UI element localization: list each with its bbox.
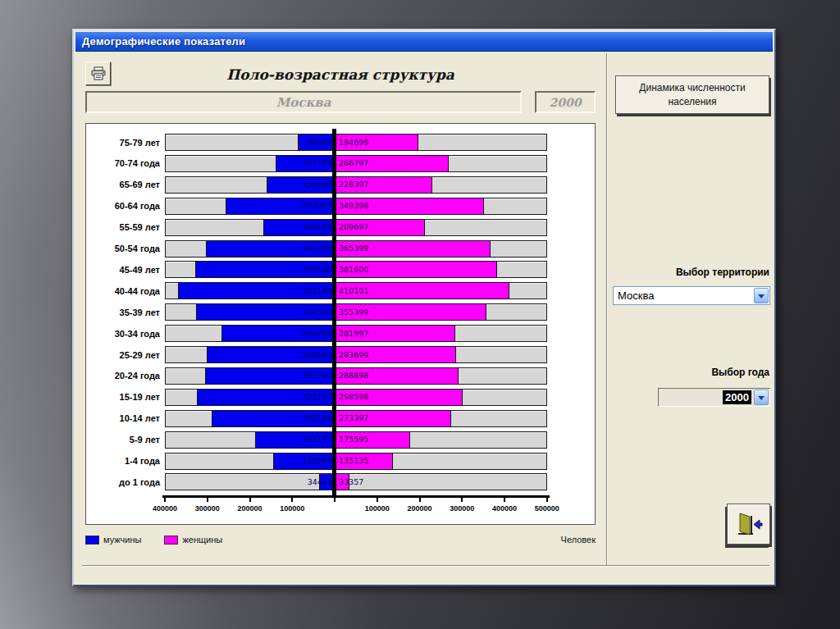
chart-legend: мужчиныженщины Человек (85, 531, 596, 549)
year-combobox[interactable]: 2000 (658, 388, 770, 407)
female-value-label: 298598 (339, 394, 368, 402)
exit-button[interactable] (727, 504, 770, 545)
male-value-label: 84499 (308, 139, 332, 147)
pyramid-row: 1-4 года142696135135 (165, 453, 547, 470)
bar-track: 158496228397 (165, 176, 547, 194)
territory-display-text: Москва (276, 95, 331, 110)
axis-tick (334, 498, 336, 502)
female-value-label: 381600 (339, 266, 368, 274)
chart-title: Поло-возрастная структура (85, 66, 596, 83)
bar-track: 322197298598 (165, 389, 547, 406)
year-combobox-value: 2000 (723, 390, 751, 404)
age-group-label: 75-79 лет (88, 138, 160, 148)
male-value-label: 264496 (303, 330, 332, 338)
bar-track: 367199410101 (165, 282, 547, 299)
age-group-label: 10-14 лет (88, 413, 160, 423)
female-value-label: 288898 (339, 372, 368, 381)
age-group-label: 40-44 года (88, 286, 160, 296)
year-display-field: 2000 (535, 91, 596, 113)
window-title: Демографические показатели (82, 35, 245, 48)
axis-tick-label: 200000 (237, 504, 262, 513)
pyramid-row: 65-69 лет158496228397 (165, 176, 547, 194)
axis-tick (546, 498, 548, 502)
territory-combobox-value: Москва (614, 289, 753, 302)
female-value-label: 281997 (339, 330, 368, 338)
window-titlebar[interactable]: Демографические показатели (75, 32, 773, 52)
axis-tick-label: 500000 (535, 504, 559, 513)
female-value-label: 33357 (339, 478, 363, 486)
bar-track: 288198273397 (165, 410, 547, 427)
axis-tick (461, 498, 463, 502)
female-value-label: 355399 (339, 308, 368, 317)
pyramid-row: 20-24 года303790288898 (165, 367, 547, 385)
pyramid-row: 70-74 года137799266797 (165, 155, 547, 172)
male-value-label: 34443 (308, 478, 332, 486)
male-value-label: 322197 (303, 394, 332, 402)
year-select-label: Выбор года (615, 367, 769, 378)
male-value-label: 302290 (303, 244, 332, 253)
pyramid-center-axis (332, 129, 336, 498)
male-value-label: 288198 (303, 414, 332, 422)
exit-door-icon (735, 510, 763, 538)
female-value-label: 266797 (339, 160, 368, 168)
female-value-label: 194699 (339, 139, 368, 147)
female-value-label: 365399 (339, 244, 368, 253)
pyramid-row: 45-49 лет326136381600 (165, 261, 547, 278)
axis-tick-label: 200000 (407, 504, 431, 513)
pyramid-row: 60-64 года254357349398 (165, 198, 547, 215)
female-value-label: 209697 (339, 223, 368, 231)
male-value-label: 324596 (303, 308, 332, 317)
female-value-label: 175595 (339, 435, 368, 444)
age-group-label: 50-54 года (88, 244, 160, 253)
axis-tick (164, 498, 166, 502)
bar-track: 3444333357 (165, 473, 547, 490)
x-axis-line (162, 495, 550, 498)
bar-track: 84499194699 (165, 134, 547, 151)
female-value-label: 273397 (339, 414, 368, 422)
bar-track: 185197175595 (165, 431, 547, 449)
age-group-label: 70-74 года (88, 158, 160, 168)
age-group-label: 25-29 лет (88, 350, 160, 360)
age-group-label: до 1 года (88, 477, 160, 487)
legend-swatch (164, 536, 178, 545)
legend-swatch (85, 536, 99, 545)
male-value-label: 142696 (303, 457, 332, 465)
male-value-label: 158496 (303, 181, 332, 189)
population-dynamics-button[interactable]: Динамика численности населения (615, 75, 769, 114)
male-value-label: 303790 (303, 372, 332, 381)
axis-tick (419, 498, 421, 502)
pyramid-row: 10-14 лет288198273397 (165, 410, 547, 427)
male-value-label: 367199 (303, 287, 332, 295)
age-group-label: 60-64 года (88, 201, 160, 211)
bar-track: 166598209697 (165, 219, 547, 236)
pyramid-row: 35-39 лет324596355399 (165, 303, 547, 321)
bar-track: 324596355399 (165, 303, 547, 321)
chevron-down-icon[interactable] (754, 390, 769, 405)
pyramid-row: 75-79 лет84499194699 (165, 134, 547, 151)
chevron-down-icon[interactable] (754, 288, 769, 303)
axis-tick-label: 400000 (492, 504, 517, 513)
year-display-text: 2000 (550, 96, 582, 109)
male-value-label: 137799 (303, 160, 332, 168)
male-value-label: 254357 (303, 202, 332, 210)
axis-tick (207, 498, 208, 502)
age-group-label: 55-59 лет (88, 222, 160, 232)
bar-track: 137799266797 (165, 155, 547, 172)
age-group-label: 45-49 лет (88, 265, 160, 275)
bar-track: 142696135135 (165, 453, 547, 470)
axis-tick-label: 300000 (195, 504, 220, 513)
axis-tick-label: 100000 (280, 504, 304, 513)
bar-track: 326136381600 (165, 261, 547, 278)
bar-track: 298697283699 (165, 346, 547, 363)
age-group-label: 35-39 лет (88, 308, 160, 317)
female-value-label: 135135 (339, 457, 368, 465)
age-group-label: 5-9 лет (88, 435, 160, 444)
pyramid-row: 15-19 лет322197298598 (165, 389, 547, 406)
female-value-label: 228397 (339, 181, 368, 189)
legend-item: женщины (164, 535, 222, 545)
territory-combobox[interactable]: Москва (613, 286, 770, 305)
bar-track: 254357349398 (165, 198, 547, 215)
axis-tick (249, 498, 251, 502)
pyramid-row: 55-59 лет166598209697 (165, 219, 547, 236)
vertical-divider (606, 53, 608, 565)
